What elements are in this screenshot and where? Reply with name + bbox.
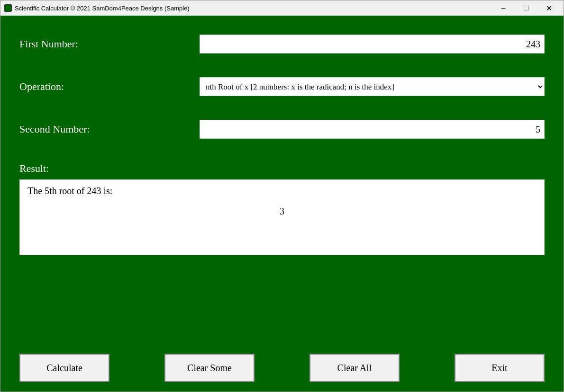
title-bar: Scientific Calculator © 2021 SamDom4Peac…: [0, 0, 564, 16]
second-number-label: Second Number:: [19, 123, 200, 135]
calculate-button[interactable]: Calculate: [19, 354, 109, 382]
first-number-label: First Number:: [19, 38, 200, 50]
operation-select[interactable]: nth Root of x [2 numbers: x is the radic…: [200, 77, 545, 96]
second-number-input[interactable]: [200, 120, 545, 139]
maximize-button[interactable]: □: [515, 1, 537, 15]
app-title: Scientific Calculator © 2021 SamDom4Peac…: [15, 5, 190, 12]
title-bar-left: Scientific Calculator © 2021 SamDom4Peac…: [4, 4, 190, 12]
result-answer: 3: [27, 206, 537, 217]
content-area: First Number: Operation: nth Root of x […: [0, 16, 564, 346]
clear-all-button[interactable]: Clear All: [309, 354, 400, 382]
operation-label: Operation:: [19, 80, 200, 93]
result-text: The 5th root of 243 is:: [27, 186, 537, 196]
minimize-button[interactable]: –: [492, 1, 514, 15]
first-number-input[interactable]: [200, 35, 545, 53]
app-window: Scientific Calculator © 2021 SamDom4Peac…: [0, 0, 564, 392]
button-bar: Calculate Clear Some Clear All Exit: [0, 346, 564, 392]
exit-button[interactable]: Exit: [455, 354, 545, 382]
app-icon: [4, 4, 12, 12]
result-box: The 5th root of 243 is: 3: [19, 179, 545, 255]
first-number-row: First Number:: [19, 35, 545, 53]
second-number-row: Second Number:: [19, 120, 545, 139]
close-button[interactable]: ✕: [538, 1, 560, 15]
operation-row: Operation: nth Root of x [2 numbers: x i…: [19, 77, 545, 96]
clear-some-button[interactable]: Clear Some: [164, 354, 255, 382]
result-label: Result:: [19, 162, 545, 175]
title-bar-controls: – □ ✕: [492, 1, 560, 15]
result-section: Result: The 5th root of 243 is: 3: [19, 162, 545, 337]
